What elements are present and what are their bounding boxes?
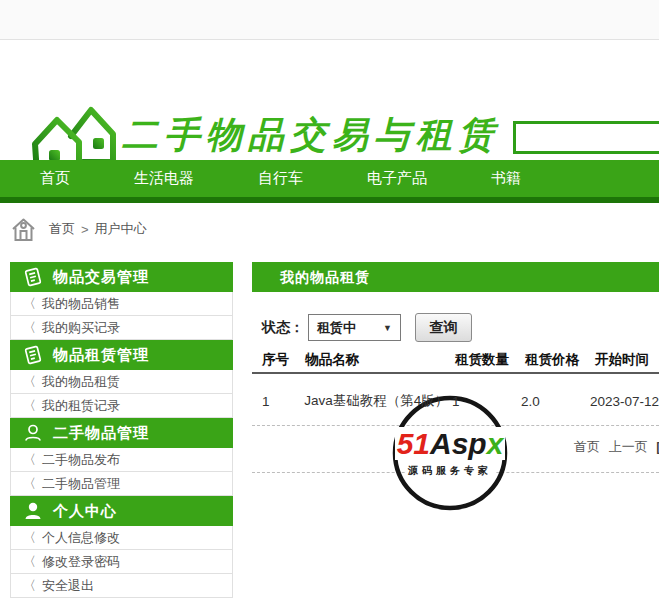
chevron-left-icon: 〈 — [23, 554, 36, 569]
brand-x: x — [487, 427, 504, 460]
memo-icon — [22, 344, 44, 366]
col-header-item-name: 物品名称 — [305, 351, 455, 369]
chevron-left-icon: 〈 — [23, 476, 36, 491]
watermark-brand: 51Aspx — [395, 427, 506, 460]
breadcrumb-separator: > — [81, 222, 89, 237]
chevron-left-icon: 〈 — [23, 296, 36, 311]
sidebar-section-trade-management: 物品交易管理 — [10, 262, 233, 292]
sidebar-item-label: 安全退出 — [42, 578, 94, 593]
breadcrumb-home[interactable]: 首页 — [49, 220, 75, 238]
sidebar-item-label: 我的物品销售 — [42, 296, 120, 311]
sidebar-section-label: 二手物品管理 — [53, 424, 149, 443]
status-label: 状态： — [262, 319, 304, 337]
main-nav: 首页 生活电器 自行车 电子产品 书籍 — [0, 160, 659, 197]
chevron-left-icon: 〈 — [23, 578, 36, 593]
chevron-left-icon: 〈 — [23, 374, 36, 389]
status-select-value: 租赁中 — [317, 319, 356, 337]
sidebar-item-label: 修改登录密码 — [42, 554, 120, 569]
cell-index: 1 — [262, 394, 304, 409]
chevron-left-icon: 〈 — [23, 530, 36, 545]
brand-asp: Asp — [430, 427, 487, 460]
sidebar-section-label: 物品租赁管理 — [53, 346, 149, 365]
sidebar-item-rental-records[interactable]: 〈我的租赁记录 — [10, 394, 233, 418]
home-icon — [10, 216, 37, 243]
nav-item-books[interactable]: 书籍 — [491, 169, 521, 188]
page: 二手物品交易与租赁 首页 生活电器 自行车 电子产品 书籍 首页 > 用户中心 — [0, 0, 659, 607]
memo-icon — [22, 266, 44, 288]
sidebar-section-rental-management: 物品租赁管理 — [10, 340, 233, 370]
nav-item-bicycles[interactable]: 自行车 — [258, 169, 303, 188]
site-title: 二手物品交易与租赁 — [122, 111, 500, 160]
filter-row: 状态： 租赁中 ▼ 查询 — [252, 313, 659, 342]
watermark-slogan: 源码服务专家 — [405, 464, 495, 478]
sidebar-item-manage-items[interactable]: 〈二手物品管理 — [10, 472, 233, 496]
sidebar-item-label: 二手物品发布 — [42, 452, 120, 467]
nav-item-home[interactable]: 首页 — [40, 169, 70, 188]
top-strip — [0, 0, 659, 40]
sidebar-item-label: 我的租赁记录 — [42, 398, 120, 413]
col-header-rental-price: 租赁价格 — [525, 351, 595, 369]
pagination-first[interactable]: 首页 — [574, 439, 600, 454]
chevron-left-icon: 〈 — [23, 452, 36, 467]
sidebar-section-personal-center: 个人中心 — [10, 496, 233, 526]
site-header: 二手物品交易与租赁 — [0, 41, 659, 160]
query-button[interactable]: 查询 — [415, 313, 472, 342]
breadcrumb-current: 用户中心 — [95, 220, 147, 238]
user-outline-icon — [22, 422, 44, 444]
pagination-prev[interactable]: 上一页 — [609, 439, 648, 454]
table-row: 1 Java基础教程（第4版） 1 2.0 2023-07-12 — [252, 380, 659, 422]
nav-item-appliances[interactable]: 生活电器 — [134, 169, 194, 188]
sidebar-menu: 物品交易管理 〈我的物品销售 〈我的购买记录 物品租赁管理 〈我的物品租赁 〈我… — [10, 262, 233, 598]
watermark-text: 51Aspx 源码服务专家 — [388, 428, 512, 478]
cell-rental-price: 2.0 — [521, 394, 590, 409]
col-header-rental-qty: 租赁数量 — [455, 351, 525, 369]
status-select[interactable]: 租赁中 ▼ — [308, 314, 401, 341]
search-input[interactable] — [513, 121, 659, 154]
col-header-start-date: 开始时间 — [595, 351, 659, 369]
sidebar-item-change-password[interactable]: 〈修改登录密码 — [10, 550, 233, 574]
chevron-down-icon: ▼ — [383, 323, 392, 333]
sidebar-item-label: 个人信息修改 — [42, 530, 120, 545]
col-header-index: 序号 — [262, 351, 305, 369]
brand-51: 51 — [397, 427, 430, 460]
sidebar-item-logout[interactable]: 〈安全退出 — [10, 574, 233, 598]
cell-start-date: 2023-07-12 — [590, 394, 659, 409]
pagination: 首页 上一页 [1/ — [574, 438, 659, 456]
chevron-left-icon: 〈 — [23, 320, 36, 335]
sidebar-item-label: 二手物品管理 — [42, 476, 120, 491]
panel-title: 我的物品租赁 — [252, 262, 659, 292]
sidebar-section-label: 物品交易管理 — [53, 268, 149, 287]
sidebar-item-label: 我的购买记录 — [42, 320, 120, 335]
sidebar-section-label: 个人中心 — [53, 502, 117, 521]
sidebar-section-secondhand-management: 二手物品管理 — [10, 418, 233, 448]
cell-rental-qty: 1 — [452, 394, 521, 409]
cell-item-name: Java基础教程（第4版） — [304, 392, 452, 410]
sidebar-item-my-sales[interactable]: 〈我的物品销售 — [10, 292, 233, 316]
table-header-row: 序号 物品名称 租赁数量 租赁价格 开始时间 — [252, 348, 659, 374]
breadcrumb: 首页 > 用户中心 — [0, 203, 659, 255]
sidebar-item-purchase-records[interactable]: 〈我的购买记录 — [10, 316, 233, 340]
user-solid-icon — [22, 500, 44, 522]
sidebar-item-my-rentals[interactable]: 〈我的物品租赁 — [10, 370, 233, 394]
sidebar-item-label: 我的物品租赁 — [42, 374, 120, 389]
sidebar-item-edit-profile[interactable]: 〈个人信息修改 — [10, 526, 233, 550]
nav-item-electronics[interactable]: 电子产品 — [367, 169, 427, 188]
sidebar-item-publish-item[interactable]: 〈二手物品发布 — [10, 448, 233, 472]
chevron-left-icon: 〈 — [23, 398, 36, 413]
